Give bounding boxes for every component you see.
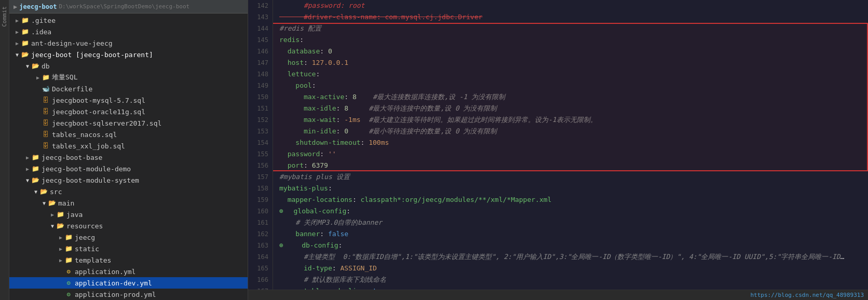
editor: 142 143 144 145 146 147 148 149 150 151 … xyxy=(248,0,868,300)
tree-item-application-dev-yml[interactable]: ▶ ⚙ application-dev.yml xyxy=(9,277,248,289)
ln-162: 162 xyxy=(248,228,268,240)
tree-item-mysql-sql[interactable]: ▶ 🗄 jeecgboot-mysql-5.7.sql xyxy=(9,94,248,106)
file-icon: 🐋 xyxy=(42,85,50,92)
arrow-icon: ▶ xyxy=(13,40,21,46)
tree-item-sqls[interactable]: ▶ 📁 堆量SQL xyxy=(9,72,248,83)
ln-152: 152 xyxy=(248,114,268,126)
code-line-159: mapper-locations: classpath*:org/jeecg/m… xyxy=(279,194,868,206)
tree-item-jeecg-boot-module-demo[interactable]: ▶ 📁 jeecg-boot-module-demo xyxy=(9,163,248,174)
code-line-144: #redis 配置 xyxy=(279,23,868,34)
sidebar-path: D:\workSpace\SpringBootDemo\jeecg-boot xyxy=(59,3,189,10)
code-line-151: max-idle: 8 #最大等待连接中的数量,设 0 为没有限制 xyxy=(279,103,868,114)
code-text: password: '' xyxy=(279,148,336,160)
tree-item-application-yml[interactable]: ▶ ⚙ application.yml xyxy=(9,266,248,277)
ln-159: 159 xyxy=(248,194,268,206)
sql-icon: 🗄 xyxy=(42,131,50,138)
arrow-icon: ▶ xyxy=(57,235,64,240)
folder-icon: 📁 xyxy=(42,74,50,81)
code-line-156: port: 6379 xyxy=(279,160,868,171)
tree-item-jeecg-boot-parent[interactable]: ▼ 📂 jeecg-boot [jeecg-boot-parent] xyxy=(9,49,248,60)
tree-item-idea[interactable]: ▶ 📁 .idea xyxy=(9,26,248,37)
ln-149: 149 xyxy=(248,80,268,91)
sql-icon: 🗄 xyxy=(42,142,50,149)
ln-147: 147 xyxy=(248,57,268,69)
ln-153: 153 xyxy=(248,126,268,137)
tree-item-jeecg-boot-module-system[interactable]: ▼ 📂 jeecg-boot-module-system xyxy=(9,174,248,186)
code-text: shutdown-timeout: 100ms xyxy=(279,137,389,148)
tree-item-application-prod-yml[interactable]: ▶ ⚙ application-prod.yml xyxy=(9,289,248,300)
arrow-icon: ▼ xyxy=(49,223,56,229)
tree-item-templates[interactable]: ▶ 📁 templates xyxy=(9,254,248,266)
arrow-icon: ▶ xyxy=(24,166,31,172)
tree-label: templates xyxy=(75,256,111,264)
folder-open-icon: 📂 xyxy=(56,222,64,229)
code-text: banner: false xyxy=(279,228,348,240)
tree-label: java xyxy=(66,211,83,219)
sidebar-header: ▶ jeecg-boot D:\workSpace\SpringBootDemo… xyxy=(9,0,248,13)
code-text: global-config: xyxy=(286,206,350,217)
tree-item-resources[interactable]: ▼ 📂 resources xyxy=(9,220,248,231)
code-text: db-config: xyxy=(286,240,343,251)
tree-item-tables-xxl[interactable]: ▶ 🗄 tables_xxl_job.sql xyxy=(9,140,248,152)
folder-icon: 📁 xyxy=(21,39,29,47)
ln-155: 155 xyxy=(248,148,268,160)
tree-label: db xyxy=(42,62,50,70)
code-line-142: #password: root xyxy=(279,0,868,11)
tree-label: jeecg-boot [jeecg-boot-parent] xyxy=(31,51,153,59)
ln-157: 157 xyxy=(248,171,268,183)
code-line-148: lettuce: xyxy=(279,69,868,80)
code-line-155: password: '' xyxy=(279,148,868,160)
code-line-150: max-active: 8 #最大连接数据库连接数,设 -1 为没有限制 xyxy=(279,91,868,103)
tree-item-ant-design[interactable]: ▶ 📁 ant-design-vue-jeecg xyxy=(9,37,248,49)
tree-item-static[interactable]: ▶ 📁 static xyxy=(9,243,248,254)
tree-label: resources xyxy=(66,222,103,230)
ln-150: 150 xyxy=(248,91,268,103)
tree-item-jeecg-boot-base[interactable]: ▶ 📁 jeecg-boot-base xyxy=(9,152,248,163)
ln-145: 145 xyxy=(248,34,268,46)
arrow-icon: ▼ xyxy=(24,63,31,69)
tree-item-jeecg[interactable]: ▶ 📁 jeecg xyxy=(9,231,248,243)
code-line-147: host: 127.0.0.1 xyxy=(279,57,868,69)
sql-icon: 🗄 xyxy=(42,108,50,115)
folder-icon: 📁 xyxy=(64,245,73,252)
tree-item-src[interactable]: ▼ 📂 src xyxy=(9,186,248,197)
code-text: port: 6379 xyxy=(279,160,328,171)
commit-bar: Commit xyxy=(0,0,9,300)
ln-156: 156 xyxy=(248,160,268,171)
ln-143: 143 xyxy=(248,11,268,23)
code-text: max-idle: 8 #最大等待连接中的数量,设 0 为没有限制 xyxy=(279,103,497,114)
tree-label: static xyxy=(75,245,99,253)
code-line-149: pool: xyxy=(279,80,868,91)
arrow-icon: ▶ xyxy=(34,75,42,80)
code-text: database: 0 xyxy=(279,46,332,57)
folder-icon: 📁 xyxy=(31,165,39,172)
code-text: lettuce: xyxy=(279,69,320,80)
sidebar-project-icon: ▶ xyxy=(13,3,17,10)
code-text: min-idle: 0 #最小等待连接中的数量,设 0 为没有限制 xyxy=(279,126,497,137)
code-text: id-type: ASSIGN_ID xyxy=(279,263,377,274)
blog-url: https://blog.csdn.net/qq_48989313 xyxy=(750,292,864,298)
tree-item-dockerfile[interactable]: ▶ 🐋 Dockerfile xyxy=(9,83,248,94)
tree-item-java[interactable]: ▶ 📁 java xyxy=(9,209,248,220)
tree-item-db[interactable]: ▼ 📂 db xyxy=(9,60,248,72)
code-text: table-underline: true xyxy=(279,285,389,290)
ln-167: 167 xyxy=(248,285,268,290)
status-bar: https://blog.csdn.net/qq_48989313 xyxy=(248,290,868,300)
tree-item-tables-nacos[interactable]: ▶ 🗄 tables_nacos.sql xyxy=(9,129,248,140)
tree-item-main[interactable]: ▼ 📂 main xyxy=(9,197,248,209)
code-text: redis: xyxy=(279,34,304,46)
sidebar: ▶ jeecg-boot D:\workSpace\SpringBootDemo… xyxy=(9,0,248,300)
ln-164: 164 xyxy=(248,251,268,263)
tree-item-sqlserver-sql[interactable]: ▶ 🗄 jeecgboot-sqlserver2017.sql xyxy=(9,117,248,129)
yaml-icon: ⚙ xyxy=(64,268,73,275)
arrow-icon: ▶ xyxy=(49,212,56,217)
tree-label: jeecgboot-oracle11g.sql xyxy=(52,108,145,116)
tree-label: 堆量SQL xyxy=(52,73,77,82)
tree-item-gitee[interactable]: ▶ 📁 .gitee xyxy=(9,15,248,26)
tree-item-oracle-sql[interactable]: ▶ 🗄 jeecgboot-oracle11g.sql xyxy=(9,106,248,117)
code-line-143: #driver-class-name: com.mysql.cj.jdbc.Dr… xyxy=(279,11,868,23)
commit-label: Commit xyxy=(1,6,8,27)
ln-161: 161 xyxy=(248,217,268,228)
code-line-167: table-underline: true xyxy=(279,285,868,290)
tree-label: application.yml xyxy=(75,268,135,276)
